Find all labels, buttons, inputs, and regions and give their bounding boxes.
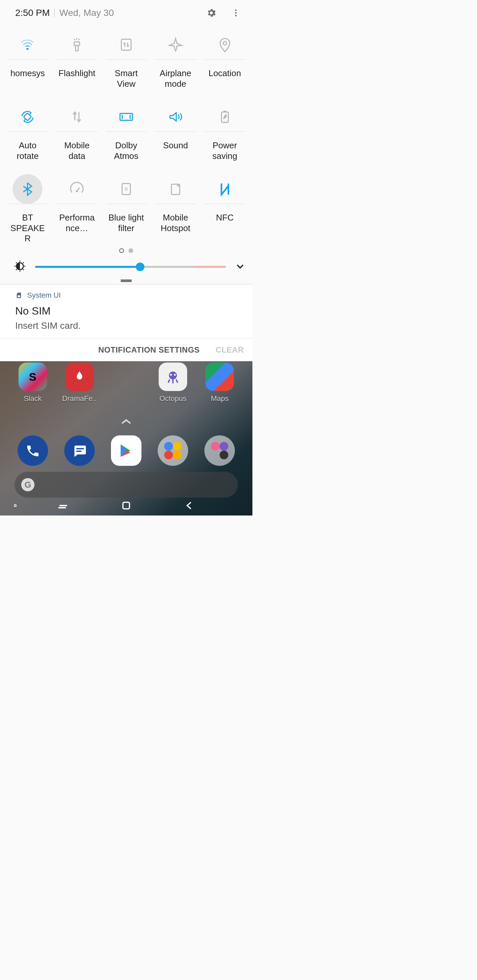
page-dot-2[interactable] xyxy=(129,248,133,253)
airplane-icon[interactable] xyxy=(155,30,196,60)
notification-body: Insert SIM card. xyxy=(15,320,244,331)
svg-point-1 xyxy=(235,12,237,14)
svg-point-20 xyxy=(164,442,173,450)
qs-tile-label: Blue light filter xyxy=(106,213,147,234)
page-indicator[interactable] xyxy=(0,248,252,253)
qs-tile-bluelight[interactable]: BBlue light filter xyxy=(106,174,147,246)
nav-home-button[interactable] xyxy=(110,500,143,511)
autorotate-icon[interactable] xyxy=(7,102,48,132)
brightness-slider[interactable] xyxy=(35,266,226,268)
notification-app-row: System UI xyxy=(15,291,244,300)
qs-tile-bluetooth[interactable]: BT SPEAKER xyxy=(7,174,48,246)
home-app-empty xyxy=(105,363,148,403)
qs-tile-sound[interactable]: Sound xyxy=(155,102,196,174)
qs-tile-label: Dolby Atmos xyxy=(106,140,147,161)
svg-point-2 xyxy=(235,15,237,17)
brightness-icon xyxy=(14,260,26,274)
notification-settings-button[interactable]: NOTIFICATION SETTINGS xyxy=(98,345,200,355)
qs-tile-nfc[interactable]: NFC xyxy=(204,174,245,246)
dock-row xyxy=(0,435,252,466)
app-icon xyxy=(159,363,187,391)
home-app-octopus[interactable]: Octopus xyxy=(152,363,195,403)
wifi-icon[interactable] xyxy=(7,30,48,60)
app-label: Maps xyxy=(211,394,228,403)
home-app-dramafe[interactable]: DramaFe.. xyxy=(58,363,101,403)
qs-tile-label: BT SPEAKER xyxy=(7,213,48,244)
nav-back-button[interactable] xyxy=(173,500,206,511)
nav-assistant-dot[interactable] xyxy=(14,504,17,507)
svg-point-23 xyxy=(173,450,182,459)
svg-point-15 xyxy=(169,371,177,379)
svg-point-6 xyxy=(223,41,226,45)
nfc-icon[interactable] xyxy=(204,174,245,204)
dock-messages-icon[interactable] xyxy=(64,435,95,466)
svg-rect-8 xyxy=(120,113,132,120)
qs-tile-label: Power saving xyxy=(204,140,245,161)
qs-tile-flashlight[interactable]: Flashlight xyxy=(57,30,97,102)
qs-tile-label: Location xyxy=(208,68,241,79)
bluetooth-icon[interactable] xyxy=(7,174,48,204)
qs-tile-perf[interactable]: Performance… xyxy=(57,174,97,246)
shade-drag-handle[interactable] xyxy=(0,277,252,284)
dock-folder-2[interactable] xyxy=(204,435,235,466)
app-drawer-handle-icon[interactable] xyxy=(121,418,132,426)
svg-rect-27 xyxy=(123,502,129,509)
app-label: DramaFe.. xyxy=(62,394,97,403)
qs-tile-autorotate[interactable]: Auto rotate xyxy=(7,102,48,174)
powersave-icon[interactable] xyxy=(204,102,245,132)
svg-rect-5 xyxy=(121,39,131,50)
app-icon xyxy=(205,363,234,391)
overflow-menu-icon[interactable] xyxy=(227,4,245,22)
qs-tile-location[interactable]: Location xyxy=(204,30,245,102)
brightness-row xyxy=(0,256,252,277)
app-label: Octopus xyxy=(160,394,187,403)
hotspot-icon[interactable] xyxy=(155,174,196,204)
dock-folder-1[interactable] xyxy=(158,435,188,466)
bluelight-icon[interactable]: B xyxy=(106,174,147,204)
svg-rect-19 xyxy=(76,450,81,452)
qs-tile-label: Sound xyxy=(162,140,188,151)
perf-icon[interactable] xyxy=(57,174,97,204)
location-icon[interactable] xyxy=(204,30,245,60)
clock-date: Wed, May 30 xyxy=(59,8,113,18)
qs-tile-label: Auto rotate xyxy=(7,140,48,161)
home-app-slack[interactable]: SSlack xyxy=(11,363,54,403)
svg-point-3 xyxy=(27,48,29,50)
qs-tile-powersave[interactable]: Power saving xyxy=(204,102,245,174)
home-screen-background: SSlackDramaFe..OctopusMaps G xyxy=(0,361,252,515)
svg-point-16 xyxy=(170,374,172,376)
settings-gear-icon[interactable] xyxy=(202,4,221,22)
flashlight-icon[interactable] xyxy=(57,30,97,60)
svg-point-22 xyxy=(164,450,173,459)
qs-tile-label: Flashlight xyxy=(58,68,96,79)
qs-tile-mobiledata[interactable]: Mobile data xyxy=(57,102,97,174)
dock-phone-icon[interactable] xyxy=(18,435,48,466)
qs-tile-hotspot[interactable]: Mobile Hotspot xyxy=(155,174,196,246)
google-search-bar[interactable]: G xyxy=(14,472,238,498)
notification-card[interactable]: System UI No SIM Insert SIM card. xyxy=(0,284,252,338)
nav-recents-button[interactable] xyxy=(47,501,80,510)
smartview-icon[interactable] xyxy=(106,30,147,60)
app-icon: S xyxy=(19,363,47,391)
qs-tile-label: homesys xyxy=(10,68,45,79)
qs-tile-dolby[interactable]: Dolby Atmos xyxy=(106,102,147,174)
qs-tile-wifi[interactable]: homesys xyxy=(7,30,48,102)
qs-tile-label: Smart View xyxy=(106,68,147,89)
svg-point-0 xyxy=(235,10,237,11)
qs-tile-label: Mobile data xyxy=(57,140,97,161)
qs-tile-label: NFC xyxy=(215,213,234,223)
expand-brightness-icon[interactable] xyxy=(235,261,245,272)
qs-tile-label: Performance… xyxy=(57,213,97,234)
notification-app-name: System UI xyxy=(27,291,61,300)
home-app-maps[interactable]: Maps xyxy=(198,363,241,403)
dolby-icon[interactable] xyxy=(106,102,147,132)
notification-footer: NOTIFICATION SETTINGS CLEAR xyxy=(0,338,252,361)
page-dot-1[interactable] xyxy=(119,248,124,253)
mobiledata-icon[interactable] xyxy=(57,102,97,132)
qs-tile-smartview[interactable]: Smart View xyxy=(106,30,147,102)
app-label: Slack xyxy=(24,394,42,403)
clear-notifications-button[interactable]: CLEAR xyxy=(215,345,244,355)
sound-icon[interactable] xyxy=(155,102,196,132)
qs-tile-airplane[interactable]: Airplane mode xyxy=(155,30,196,102)
dock-play-store-icon[interactable] xyxy=(111,435,142,466)
